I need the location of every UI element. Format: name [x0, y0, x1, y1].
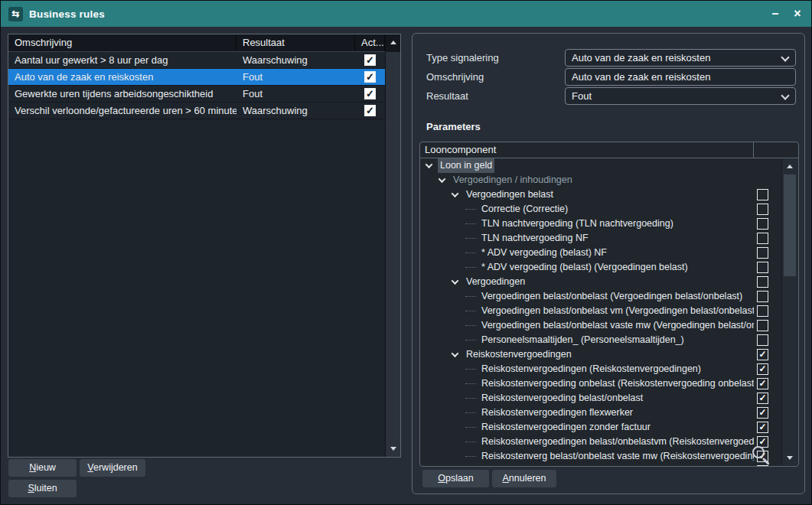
tree-node[interactable]: Reiskostenvergoedingen belast/onbelastvm…	[420, 435, 781, 449]
titlebar[interactable]: ⇆ Business rules – ×	[1, 1, 811, 27]
tree-node-checkbox[interactable]	[757, 233, 768, 244]
resultaat-value: Fout	[572, 90, 592, 102]
chevron-down-icon[interactable]	[452, 350, 459, 357]
tree-node[interactable]: TLN nachtvergoeding (TLN nachtvergoeding…	[420, 217, 781, 231]
tree-node-checkbox[interactable]: ✓	[757, 378, 768, 389]
verwijderen-button[interactable]: Verwijderen	[80, 459, 145, 477]
tree-node-checkbox[interactable]	[757, 247, 768, 259]
tree-node[interactable]: Reiskostenvergoedingen (Reiskostenvergoe…	[420, 362, 781, 376]
rules-table-scrollbar[interactable]	[385, 34, 400, 457]
annuleren-button[interactable]: Annuleren	[492, 470, 556, 487]
tree-node-checkbox[interactable]	[757, 262, 768, 273]
tree-node-label: Correctie (Correctie)	[479, 202, 570, 217]
tree-node[interactable]: Correctie (Correctie)	[420, 202, 781, 217]
tree-connector	[465, 456, 476, 457]
column-header-resultaat[interactable]: Resultaat	[236, 34, 355, 51]
tree-node[interactable]: Reiskostenvergoedingen zonder factuur✓	[420, 420, 781, 435]
tree-node-checkbox[interactable]	[757, 204, 768, 215]
tree-node[interactable]: Vergoedingen belast	[420, 187, 781, 202]
scroll-up-icon[interactable]	[787, 165, 793, 168]
tree-node-checkbox[interactable]: ✓	[757, 363, 768, 375]
rule-active-checkbox[interactable]: ✓	[364, 88, 376, 99]
tree-scrollbar[interactable]	[781, 159, 797, 465]
tree-node[interactable]: Vergoedingen	[420, 275, 781, 289]
tree-node-label: Rk vergoeding (Rk vergoeding)	[479, 464, 616, 466]
tree-node-checkbox[interactable]	[757, 334, 768, 346]
parameters-label: Parameters	[426, 121, 481, 132]
window-title: Business rules	[29, 8, 105, 20]
type-signalering-label: Type signalering	[426, 49, 499, 67]
scrollbar-thumb[interactable]	[784, 174, 796, 276]
type-signalering-value: Auto van de zaak en reiskosten	[572, 52, 710, 64]
omschrijving-input[interactable]	[565, 68, 796, 86]
looncomponent-tree: Looncomponent Loon in geldVergoedingen /…	[419, 142, 799, 467]
app-icon: ⇆	[8, 7, 23, 21]
column-header-act[interactable]: Act...	[355, 34, 385, 51]
column-header-omschrijving[interactable]: Omschrijving	[8, 34, 236, 51]
tree-node-checkbox[interactable]: ✓	[757, 349, 768, 360]
nieuw-button[interactable]: Nieuw	[8, 459, 77, 477]
tree-node[interactable]: TLN nachtvergoeding NF	[420, 231, 781, 246]
tree-node[interactable]: Rk vergoeding (Rk vergoeding)✓	[420, 464, 781, 466]
rules-table: Omschrijving Resultaat Act... Aantal uur…	[8, 34, 401, 458]
tree-node[interactable]: Reiskostenvergoedingen✓	[420, 347, 781, 362]
tree-connector	[465, 383, 476, 384]
rule-active-checkbox[interactable]: ✓	[364, 54, 376, 66]
rule-resultaat-cell: Waarschuwing	[236, 54, 355, 66]
tree-node[interactable]: Loon in geld	[420, 158, 781, 173]
tree-node-checkbox[interactable]	[757, 218, 768, 230]
chevron-down-icon[interactable]	[452, 277, 459, 285]
rules-table-row[interactable]: Auto van de zaak en reiskostenFout✓	[8, 69, 385, 86]
tree-node[interactable]: * ADV vergoeding (belast) (Vergoedingen …	[420, 260, 781, 275]
tree-node[interactable]: Reiskostenvergoeding onbelast (Reiskoste…	[420, 376, 781, 391]
tree-node-label: Vergoedingen	[464, 275, 527, 289]
column-header-looncomponent[interactable]: Looncomponent	[420, 142, 754, 158]
rule-omschrijving-cell: Auto van de zaak en reiskosten	[8, 71, 236, 83]
tree-connector	[465, 223, 476, 224]
rule-act-cell: ✓	[355, 88, 385, 99]
rule-active-checkbox[interactable]: ✓	[364, 71, 376, 83]
tree-node-checkbox[interactable]	[757, 276, 768, 288]
tree-node-checkbox[interactable]: ✓	[757, 393, 768, 404]
close-button[interactable]: ×	[788, 5, 807, 23]
tree-node[interactable]: Vergoedingen / inhoudingen	[420, 173, 781, 187]
tree-node[interactable]: * ADV vergoeding (belast) NF	[420, 246, 781, 260]
resultaat-label: Resultaat	[426, 87, 468, 105]
business-rules-dialog: ⇆ Business rules – × Omschrijving Result…	[0, 0, 812, 505]
tree-node[interactable]: Reiskostenverg belast/onbelast vaste mw …	[420, 449, 781, 464]
tree-body: Loon in geldVergoedingen / inhoudingenVe…	[420, 158, 781, 466]
scroll-down-icon[interactable]	[390, 447, 396, 451]
tree-node[interactable]: Reiskostenvergoedingen flexwerker✓	[420, 406, 781, 420]
tree-node[interactable]: Vergoedingen belast/onbelast vaste mw (V…	[420, 318, 781, 333]
opslaan-button[interactable]: Opslaan	[422, 470, 489, 487]
rule-act-cell: ✓	[355, 105, 385, 116]
minimize-button[interactable]: –	[765, 5, 785, 23]
rules-table-header: Omschrijving Resultaat Act...	[8, 34, 385, 52]
tree-node-checkbox[interactable]	[757, 320, 768, 331]
rules-table-row[interactable]: Verschil verloonde/gefactureerde uren > …	[8, 103, 385, 119]
type-signalering-select[interactable]: Auto van de zaak en reiskosten	[565, 49, 796, 67]
scroll-up-icon[interactable]	[390, 41, 396, 44]
tree-node-checkbox[interactable]	[757, 291, 768, 302]
tree-node-label: Vergoedingen belast/onbelast vaste mw (V…	[479, 318, 754, 333]
tree-node-checkbox[interactable]: ✓	[757, 422, 768, 433]
rules-table-row[interactable]: Aantal uur gewerkt > 8 uur per dagWaarsc…	[8, 52, 385, 69]
tree-node-checkbox[interactable]	[757, 305, 768, 317]
chevron-down-icon[interactable]	[439, 175, 446, 183]
scroll-down-icon[interactable]	[787, 456, 793, 460]
sluiten-button[interactable]: Sluiten	[8, 480, 77, 497]
rule-omschrijving-cell: Verschil verloonde/gefactureerde uren > …	[8, 105, 236, 116]
chevron-down-icon[interactable]	[426, 161, 433, 168]
chevron-down-icon[interactable]	[452, 190, 459, 197]
rules-table-row[interactable]: Gewerkte uren tijdens arbeidsongeschikth…	[8, 86, 385, 103]
tree-node[interactable]: Reiskostenvergoeding belast/onbelast✓	[420, 391, 781, 406]
tree-node-checkbox[interactable]	[757, 189, 768, 200]
tree-node-checkbox[interactable]: ✓	[757, 407, 768, 419]
tree-node[interactable]: Vergoedingen belast/onbelast (Vergoeding…	[420, 289, 781, 304]
tree-node[interactable]: Personeelsmaaltijden_ (Personeelsmaaltij…	[420, 333, 781, 347]
search-icon[interactable]	[752, 446, 775, 467]
tree-node[interactable]: Vergoedingen belast/onbelast vm (Vergoed…	[420, 304, 781, 318]
tree-connector	[465, 369, 476, 370]
rule-active-checkbox[interactable]: ✓	[364, 105, 376, 116]
resultaat-select[interactable]: Fout	[565, 87, 796, 105]
